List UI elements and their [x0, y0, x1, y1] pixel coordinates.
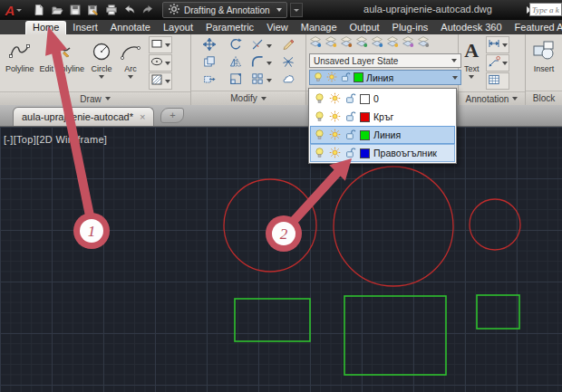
tab-manage[interactable]: Manage: [295, 21, 344, 34]
revision-cloud-button[interactable]: [275, 72, 301, 89]
layer-color-swatch[interactable]: [360, 130, 370, 140]
draw-edit-polyline-button[interactable]: Edit Polyline: [37, 36, 88, 74]
draw-button-label: Polyline: [5, 64, 34, 73]
workspace-dropdown[interactable]: Drafting & Annotation: [162, 2, 287, 18]
bulb-icon[interactable]: [314, 110, 325, 124]
drawing-shapes: [0, 127, 562, 392]
redo-icon[interactable]: [140, 3, 155, 17]
layer-state-dropdown[interactable]: Unsaved Layer State: [309, 53, 461, 68]
trim-button[interactable]: [248, 37, 275, 54]
document-tab[interactable]: aula-uprajnenie-autocad* ×: [13, 107, 154, 126]
unlock-icon[interactable]: [344, 147, 356, 160]
bulb-icon[interactable]: [314, 92, 325, 106]
layer-color-swatch[interactable]: [360, 112, 370, 122]
leader-button[interactable]: [486, 54, 509, 72]
unlock-icon[interactable]: [344, 92, 356, 106]
move-button[interactable]: [196, 37, 222, 54]
autocad-window: A Drafting & Annotation aula-uprajnenie-…: [0, 0, 562, 392]
search-input[interactable]: [529, 3, 562, 16]
panel-label-block[interactable]: Block: [526, 91, 562, 105]
bulb-icon[interactable]: [314, 129, 325, 142]
insert-block-button[interactable]: Insert: [529, 36, 558, 74]
save-icon[interactable]: [67, 3, 82, 17]
text-button[interactable]: A Text: [461, 36, 482, 80]
layer-row-Правоъгълник[interactable]: Правоъгълник: [310, 144, 455, 162]
sun-icon[interactable]: [329, 147, 341, 160]
rotate-button[interactable]: [222, 37, 248, 54]
tab-insert[interactable]: Insert: [66, 21, 104, 34]
tab-layout[interactable]: Layout: [157, 21, 199, 34]
layer-off-icon[interactable]: [386, 35, 399, 52]
layer-combo[interactable]: Линия: [309, 70, 461, 85]
stretch-button[interactable]: [196, 72, 222, 89]
tab-autodesk-360[interactable]: Autodesk 360: [434, 21, 508, 34]
tab-parametric[interactable]: Parametric: [199, 21, 260, 34]
save-as-icon[interactable]: [85, 3, 101, 17]
application-menu-button[interactable]: A: [0, 0, 27, 20]
panel-label-draw[interactable]: Draw: [0, 91, 190, 105]
layer-unisolate-icon[interactable]: [355, 35, 368, 52]
mirror-icon: [229, 55, 242, 72]
panel-label-text: Modify: [230, 93, 257, 103]
layer-row-0[interactable]: 0: [310, 90, 455, 108]
panel-label-annotation[interactable]: Annotation: [459, 91, 525, 105]
layer-row-Кръг[interactable]: Кръг: [310, 108, 455, 126]
unlock-icon[interactable]: [344, 110, 356, 124]
bulb-icon[interactable]: [314, 147, 325, 160]
tab-annotate[interactable]: Annotate: [104, 21, 157, 34]
undo-icon[interactable]: [121, 3, 137, 17]
draw-button-label: Arc: [124, 64, 137, 73]
draw-circle-button[interactable]: Circle: [87, 36, 116, 80]
chevron-down-icon: [452, 76, 458, 80]
tab-view[interactable]: View: [260, 21, 295, 34]
layer-properties-icon[interactable]: [309, 35, 322, 52]
tab-output[interactable]: Output: [344, 21, 386, 34]
rectangle-button[interactable]: [149, 36, 172, 53]
hatch-button[interactable]: [149, 72, 172, 90]
ribbon-tab-bar: HomeInsertAnnotateLayoutParametricViewMa…: [0, 20, 562, 34]
draw-polyline-button[interactable]: Polyline: [3, 36, 37, 74]
copy-button[interactable]: [196, 54, 222, 72]
scale-button[interactable]: [222, 72, 248, 89]
unlock-icon[interactable]: [344, 129, 356, 142]
sun-icon[interactable]: [329, 129, 341, 142]
tab-plug-ins[interactable]: Plug-ins: [386, 21, 435, 34]
layer-color-swatch[interactable]: [360, 148, 370, 158]
text-button-label: Text: [464, 64, 480, 73]
erase-button[interactable]: [275, 37, 301, 54]
draw-arc-button[interactable]: Arc: [116, 36, 145, 80]
array-button[interactable]: [248, 72, 275, 89]
plot-icon[interactable]: [103, 3, 119, 17]
table-icon: [488, 73, 500, 90]
layer-color-swatch[interactable]: [360, 94, 370, 104]
ellipse-button[interactable]: [149, 54, 172, 72]
explode-button[interactable]: [275, 54, 301, 72]
chevron-down-icon: [128, 75, 133, 79]
fillet-button[interactable]: [248, 54, 275, 72]
workspace-label: Drafting & Annotation: [184, 5, 270, 15]
dimension-button[interactable]: [486, 36, 509, 53]
new-tab-button[interactable]: +: [160, 108, 184, 123]
layer-isolate-icon[interactable]: [340, 35, 353, 52]
panel-label-modify[interactable]: Modify: [191, 91, 305, 105]
layer-state-label: Unsaved Layer State: [314, 56, 398, 66]
chevron-down-icon: [451, 59, 457, 62]
layer-freeze-icon[interactable]: [371, 35, 383, 52]
close-tab-icon[interactable]: ×: [140, 112, 145, 122]
rectangle-icon: [150, 37, 163, 53]
layer-match-icon[interactable]: [417, 35, 430, 52]
layer-state-icon[interactable]: [325, 35, 337, 52]
qat-overflow-button[interactable]: [290, 3, 303, 17]
layer-row-Линия[interactable]: Линия: [310, 126, 455, 144]
table-button[interactable]: [486, 72, 509, 90]
layer-lock-icon[interactable]: [402, 35, 414, 52]
new-file-icon[interactable]: [31, 3, 46, 17]
open-file-icon[interactable]: [49, 3, 64, 17]
polyline-icon: [8, 37, 32, 64]
drawing-area[interactable]: [-][Top][2D Wireframe]: [0, 127, 562, 392]
sun-icon[interactable]: [329, 92, 341, 106]
sun-icon[interactable]: [329, 110, 341, 124]
tab-home[interactable]: Home: [25, 21, 66, 34]
mirror-button[interactable]: [222, 54, 248, 72]
tab-featured-apps[interactable]: Featured Apps: [509, 21, 562, 34]
